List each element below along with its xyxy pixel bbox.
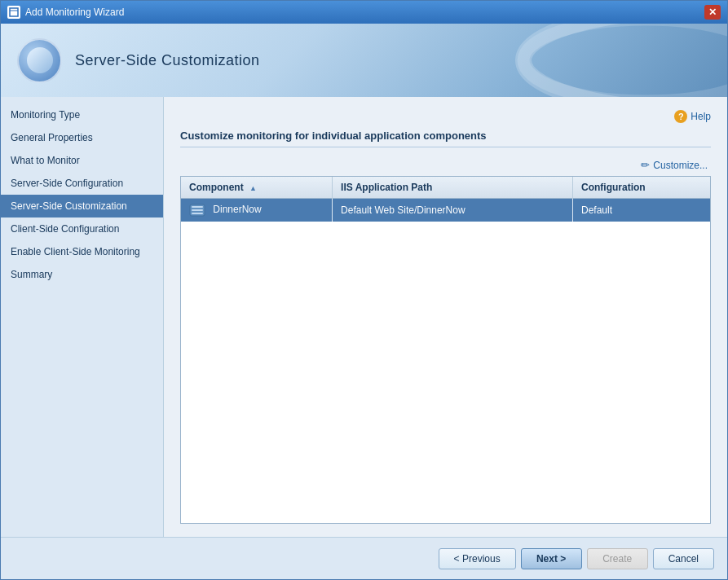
- column-component[interactable]: Component ▲: [181, 177, 333, 199]
- title-bar-icon: [7, 6, 20, 19]
- cell-component: DinnerNow: [181, 199, 333, 222]
- pencil-icon: ✏: [641, 159, 650, 171]
- header: Server-Side Customization: [1, 24, 727, 97]
- wizard-window: Add Monitoring Wizard ✕ Server-Side Cust…: [0, 0, 728, 580]
- sidebar-item-server-side-config[interactable]: Server-Side Configuration: [1, 172, 163, 195]
- title-bar-text: Add Monitoring Wizard: [25, 7, 704, 18]
- help-link[interactable]: ? Help: [674, 110, 711, 123]
- content-area: Monitoring Type General Properties What …: [1, 97, 727, 537]
- table-container: Component ▲ IIS Application Path Configu…: [180, 176, 711, 524]
- section-title: Customize monitoring for individual appl…: [180, 130, 711, 147]
- column-iis-path[interactable]: IIS Application Path: [333, 177, 573, 199]
- svg-rect-4: [192, 209, 203, 211]
- main-content: ? Help Customize monitoring for individu…: [164, 97, 727, 537]
- sidebar-item-enable-client-side[interactable]: Enable Client-Side Monitoring: [1, 240, 163, 263]
- svg-rect-3: [192, 206, 203, 208]
- sidebar-item-general-properties[interactable]: General Properties: [1, 126, 163, 149]
- sidebar: Monitoring Type General Properties What …: [1, 97, 164, 537]
- help-label: Help: [690, 111, 711, 122]
- server-icon: [189, 204, 205, 217]
- svg-rect-0: [10, 8, 18, 16]
- previous-button[interactable]: < Previous: [439, 548, 516, 569]
- cell-configuration: Default: [572, 199, 710, 222]
- sidebar-item-what-to-monitor[interactable]: What to Monitor: [1, 149, 163, 172]
- sidebar-item-client-side-config[interactable]: Client-Side Configuration: [1, 218, 163, 240]
- header-title: Server-Side Customization: [75, 52, 260, 69]
- table-row[interactable]: DinnerNow Default Web Site/DinnerNow Def…: [181, 199, 710, 222]
- customize-bar: ✏ Customize...: [180, 157, 711, 173]
- sidebar-item-summary[interactable]: Summary: [1, 263, 163, 286]
- sidebar-item-monitoring-type[interactable]: Monitoring Type: [1, 103, 163, 126]
- header-icon: [17, 38, 62, 83]
- header-icon-inner: [27, 47, 53, 73]
- create-button[interactable]: Create: [587, 548, 648, 569]
- next-button[interactable]: Next >: [521, 548, 582, 569]
- title-bar: Add Monitoring Wizard ✕: [1, 1, 727, 24]
- components-table: Component ▲ IIS Application Path Configu…: [181, 177, 710, 222]
- close-button[interactable]: ✕: [704, 5, 721, 20]
- sort-icon: ▲: [249, 184, 257, 192]
- help-bar: ? Help: [180, 110, 711, 123]
- customize-button[interactable]: ✏ Customize...: [638, 157, 711, 173]
- cancel-button[interactable]: Cancel: [653, 548, 714, 569]
- customize-btn-label: Customize...: [653, 160, 708, 171]
- cell-iis-path: Default Web Site/DinnerNow: [333, 199, 573, 222]
- footer: < Previous Next > Create Cancel: [1, 537, 727, 579]
- help-icon: ?: [674, 110, 687, 123]
- svg-rect-5: [192, 213, 203, 214]
- column-configuration[interactable]: Configuration: [572, 177, 710, 199]
- sidebar-item-server-side-customization[interactable]: Server-Side Customization: [1, 195, 163, 218]
